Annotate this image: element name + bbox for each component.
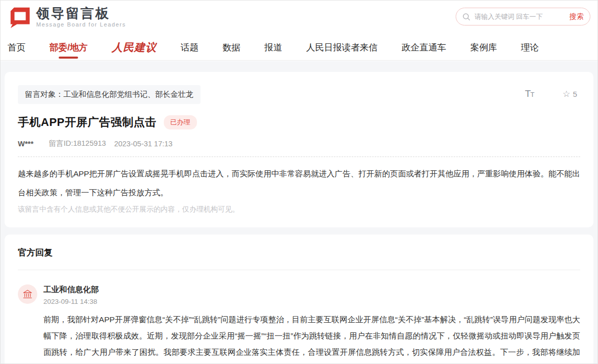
search-input[interactable] [475, 13, 569, 20]
message-title-row: 手机APP开屏广告强制点击 已办理 [18, 115, 580, 130]
message-card: 留言对象：工业和信息化部党组书记、部长金壮龙 TT ☆ 5 手机APP开屏广告强… [5, 72, 593, 227]
nav-item-case-library[interactable]: 案例库 [470, 34, 497, 60]
message-target-label: 留言对象：工业和信息化部党组书记、部长金壮龙 [18, 85, 201, 104]
official-reply-card: 官方回复 工业 [5, 235, 593, 364]
message-author: W*** [18, 140, 34, 148]
privacy-note: 该留言中含有个人信息或其他不便公开展示的内容，仅办理机构可见。 [18, 205, 580, 214]
star-count: 5 [573, 90, 577, 98]
reply-date: 2023-09-11 14:38 [43, 298, 99, 305]
reply-header-text: 工业和信息化部 2023-09-11 14:38 [43, 284, 99, 305]
message-tools: TT ☆ 5 [525, 88, 577, 99]
message-body: 越来越多的手机APP把开屏广告设置成摇晃手机即点击进入，而实际使用中非常容易就进… [18, 164, 580, 202]
search-button[interactable]: 搜索 [569, 12, 584, 21]
nav-item-ministries-local[interactable]: 部委/地方 [49, 34, 88, 60]
nav-item-reports[interactable]: 报道 [264, 34, 282, 60]
message-title: 手机APP开屏广告强制点击 [18, 115, 157, 130]
agency-avatar [18, 284, 37, 304]
nav-item-theory[interactable]: 理论 [521, 34, 539, 60]
main-content: 留言对象：工业和信息化部党组书记、部长金壮龙 TT ☆ 5 手机APP开屏广告强… [1, 61, 597, 363]
star-icon: ☆ [562, 89, 570, 99]
nav-item-peoples-suggestions[interactable]: 人民建议 [112, 34, 157, 60]
reply-section-heading: 官方回复 [18, 247, 580, 258]
nav-item-gov-enterprise[interactable]: 政企直通车 [402, 34, 446, 60]
nav-item-topics[interactable]: 话题 [181, 34, 198, 60]
message-meta-row: W*** 留言ID:18125913 2023-05-31 17:13 [18, 139, 580, 157]
reply-body: 前期，我部针对APP开屏弹窗信息“关不掉”“乱跳转”问题进行专项整治，目前主要互… [43, 311, 580, 364]
font-size-icon[interactable]: TT [525, 88, 534, 99]
logo-text: 领导留言板 Message Board for Leaders [36, 6, 126, 28]
main-nav: 首页 部委/地方 人民建议 话题 数据 报道 人民日报读者来信 政企直通车 案例… [1, 34, 597, 61]
site-header: 领导留言板 Message Board for Leaders 搜索 [1, 1, 597, 34]
page: { "header": { "logo_title": "领导留言板", "lo… [0, 0, 598, 364]
search-icon [462, 13, 470, 21]
message-date: 2023-05-31 17:13 [114, 140, 173, 148]
reply-agency-name: 工业和信息化部 [43, 284, 99, 295]
reply-item: 工业和信息化部 2023-09-11 14:38 前期，我部针对APP开屏弹窗信… [18, 284, 580, 364]
message-top-row: 留言对象：工业和信息化部党组书记、部长金壮龙 TT ☆ 5 [18, 85, 580, 104]
status-badge: 已办理 [164, 115, 197, 129]
reply-header: 工业和信息化部 2023-09-11 14:38 [18, 284, 580, 305]
search-box[interactable]: 搜索 [456, 8, 590, 25]
site-logo[interactable]: 领导留言板 Message Board for Leaders [8, 5, 126, 29]
favorite-button[interactable]: ☆ 5 [562, 89, 577, 99]
logo-title: 领导留言板 [36, 6, 126, 20]
nav-item-home[interactable]: 首页 [8, 34, 26, 60]
logo-subtitle: Message Board for Leaders [36, 21, 126, 28]
message-id: 留言ID:18125913 [49, 139, 106, 148]
reply-divider [18, 270, 580, 270]
nav-item-data[interactable]: 数据 [222, 34, 240, 60]
logo-icon [8, 5, 31, 29]
nav-item-reader-letters[interactable]: 人民日报读者来信 [306, 34, 378, 60]
government-building-icon [22, 289, 33, 300]
